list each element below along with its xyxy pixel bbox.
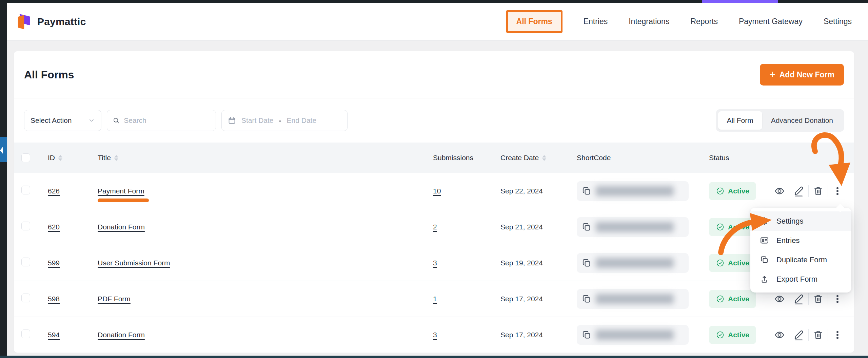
- title-underline-annotation: [98, 199, 149, 202]
- nav-payment-gateway[interactable]: Payment Gateway: [739, 17, 803, 26]
- row-checkbox[interactable]: [21, 222, 30, 230]
- chevron-down-icon: [88, 117, 95, 124]
- shortcode-copy-pill[interactable]: [577, 253, 689, 273]
- submissions-link[interactable]: 10: [433, 187, 441, 195]
- toggle-advanced-donation[interactable]: Advanced Donation: [762, 111, 842, 130]
- filter-bar: Select Action Start Date - End Date All …: [14, 98, 854, 143]
- end-date-placeholder: End Date: [287, 116, 317, 125]
- bottom-edge-strip: [0, 356, 868, 358]
- menu-item-duplicate-form[interactable]: Duplicate Form: [750, 250, 851, 269]
- form-type-toggle: All Form Advanced Donation: [716, 109, 844, 132]
- select-action-dropdown[interactable]: Select Action: [24, 110, 101, 131]
- nav-integrations[interactable]: Integrations: [629, 17, 669, 26]
- copy-icon: [581, 258, 592, 268]
- sort-icon[interactable]: [114, 155, 118, 161]
- copy-icon: [581, 294, 592, 304]
- submissions-link[interactable]: 3: [433, 331, 437, 339]
- row-checkbox[interactable]: [21, 329, 30, 338]
- row-actions: [770, 182, 854, 201]
- select-all-checkbox[interactable]: [21, 153, 30, 162]
- preview-button[interactable]: [770, 325, 789, 344]
- nav-entries[interactable]: Entries: [584, 17, 608, 26]
- form-id-link[interactable]: 626: [48, 187, 60, 195]
- create-date: Sep 19, 2024: [500, 259, 577, 267]
- date-range-picker[interactable]: Start Date - End Date: [221, 110, 348, 131]
- sort-icon[interactable]: [58, 155, 62, 161]
- submissions-link[interactable]: 1: [433, 295, 437, 303]
- form-title-link[interactable]: Donation Form: [98, 331, 145, 339]
- row-checkbox[interactable]: [21, 258, 30, 266]
- shortcode-copy-pill[interactable]: [577, 289, 689, 309]
- table-row: 620 Donation Form 2 Sep 21, 2024 Active: [14, 209, 854, 245]
- wp-collapsed-sidebar[interactable]: [0, 3, 7, 358]
- shortcode-blurred-text: [596, 294, 674, 304]
- form-title-link[interactable]: User Submission Form: [98, 259, 170, 267]
- more-actions-button[interactable]: [828, 182, 847, 201]
- form-id-link[interactable]: 620: [48, 223, 60, 231]
- table-row: 594 Donation Form 3 Sep 17, 2024 Active: [14, 317, 854, 353]
- add-new-form-button[interactable]: + Add New Form: [760, 64, 844, 86]
- search-icon: [113, 116, 120, 125]
- form-id-link[interactable]: 599: [48, 259, 60, 267]
- shortcode-copy-pill[interactable]: [577, 325, 689, 345]
- edit-button[interactable]: [789, 182, 808, 201]
- app-header: Paymattic All Forms Entries Integrations…: [7, 3, 868, 41]
- shortcode-copy-pill[interactable]: [577, 217, 689, 237]
- nav-settings[interactable]: Settings: [824, 17, 852, 26]
- export-icon: [760, 275, 769, 284]
- preview-button[interactable]: [770, 182, 789, 201]
- status-badge: Active: [709, 182, 756, 200]
- copy-icon: [581, 330, 592, 340]
- sort-icon[interactable]: [542, 155, 546, 161]
- sidebar-active-notch: [0, 147, 3, 154]
- eye-icon: [774, 294, 785, 304]
- form-id-link[interactable]: 594: [48, 331, 60, 339]
- table-row: 626 Payment Form 10 Sep 22, 2024 Active: [14, 173, 854, 209]
- trash-icon: [813, 329, 824, 340]
- form-id-link[interactable]: 598: [48, 295, 60, 303]
- row-checkbox[interactable]: [21, 294, 30, 302]
- shortcode-blurred-text: [596, 186, 674, 196]
- submissions-link[interactable]: 3: [433, 259, 437, 267]
- more-actions-button[interactable]: [828, 325, 847, 344]
- status-badge: Active: [709, 290, 756, 308]
- check-circle-icon: [716, 331, 725, 339]
- trash-icon: [813, 186, 824, 196]
- delete-button[interactable]: [809, 325, 828, 344]
- pencil-icon: [793, 185, 804, 197]
- menu-item-export-form[interactable]: Export Form: [750, 269, 851, 289]
- toggle-all-form[interactable]: All Form: [718, 111, 762, 130]
- form-title-link[interactable]: Payment Form: [98, 187, 144, 195]
- row-checkbox[interactable]: [21, 186, 30, 194]
- search-box: [107, 110, 216, 131]
- shortcode-blurred-text: [596, 222, 674, 232]
- delete-button[interactable]: [809, 182, 828, 201]
- form-title-link[interactable]: Donation Form: [98, 223, 145, 231]
- duplicate-icon: [760, 255, 769, 264]
- trash-icon: [813, 294, 824, 304]
- menu-item-entries[interactable]: Entries: [750, 231, 851, 250]
- nav-all-forms[interactable]: All Forms: [506, 10, 563, 33]
- create-date: Sep 17, 2024: [500, 295, 577, 303]
- menu-item-settings[interactable]: Settings: [750, 211, 851, 231]
- nav-reports[interactable]: Reports: [690, 17, 718, 26]
- form-title-link[interactable]: PDF Form: [98, 295, 131, 303]
- wp-admin-bar: [0, 0, 868, 3]
- start-date-placeholder: Start Date: [241, 116, 274, 125]
- table-body: 626 Payment Form 10 Sep 22, 2024 Active: [14, 173, 854, 353]
- table-row: 599 User Submission Form 3 Sep 19, 2024 …: [14, 245, 854, 281]
- edit-button[interactable]: [789, 325, 808, 344]
- shortcode-copy-pill[interactable]: [577, 181, 689, 201]
- kebab-menu-icon: [832, 294, 843, 304]
- table-header: ID Title Submissions Create Date ShortCo…: [14, 143, 854, 173]
- check-circle-icon: [716, 295, 725, 303]
- row-actions: [770, 325, 854, 344]
- check-circle-icon: [716, 259, 725, 267]
- check-circle-icon: [716, 187, 725, 195]
- shortcode-blurred-text: [596, 258, 674, 268]
- panel-header: All Forms + Add New Form: [14, 51, 854, 98]
- search-input[interactable]: [124, 116, 210, 125]
- submissions-link[interactable]: 2: [433, 223, 437, 231]
- contact-card-icon: [760, 236, 769, 245]
- pencil-icon: [793, 329, 804, 341]
